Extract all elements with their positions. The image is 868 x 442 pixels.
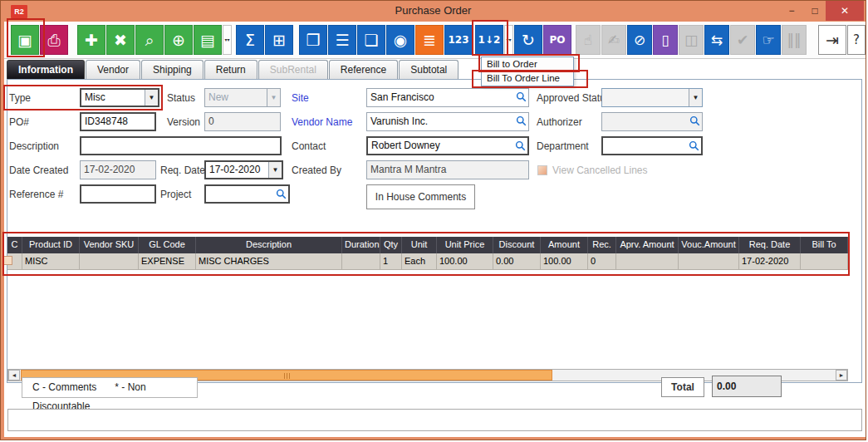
grid-cell[interactable]: 0.00 (493, 253, 541, 270)
comment-indicator[interactable] (3, 256, 12, 265)
reference-field[interactable] (80, 184, 156, 204)
close-button[interactable]: ✕ (826, 1, 864, 21)
search-icon[interactable] (515, 140, 526, 151)
search-icon[interactable] (516, 115, 527, 126)
grid-header-cell[interactable]: Req. Date (739, 237, 801, 253)
scroll-right-arrow-icon[interactable]: ► (836, 370, 847, 381)
summary-icon[interactable]: Σ (236, 25, 264, 55)
grid-header-cell[interactable]: Discount (493, 237, 541, 253)
more-options-icon[interactable]: ▾▾ (223, 25, 232, 55)
delete-icon[interactable]: ✖ (106, 25, 135, 55)
exit-icon[interactable]: ⇥ (818, 25, 846, 55)
grid-data-row[interactable]: MISCEXPENSEMISC CHARGES1Each100.000.0010… (7, 253, 848, 270)
approved-status-combobox[interactable]: ▼ (601, 88, 703, 107)
project-lookup-field[interactable] (204, 184, 290, 204)
sort-more-icon[interactable]: ▾▾ (504, 25, 513, 55)
grid-header-cell[interactable]: Unit (402, 237, 437, 253)
grid-cell[interactable] (342, 253, 380, 270)
grid-header-cell[interactable]: Duration (342, 237, 380, 253)
grid-cell[interactable]: Each (402, 253, 437, 270)
close-po-icon[interactable]: ▯ (653, 25, 678, 55)
grid-header-cell[interactable]: Product ID (22, 237, 80, 253)
vendor-name-lookup-field[interactable]: Varunish Inc. (366, 112, 529, 131)
po-lines-icon[interactable]: ≣ (415, 25, 444, 55)
sort-icon[interactable]: 1↓2 (475, 25, 503, 55)
maximize-button[interactable]: □ (804, 3, 826, 20)
order-flow-icon[interactable]: ◉ (386, 25, 414, 55)
grid-header-cell[interactable]: Aprv. Amount (616, 237, 679, 253)
grid-cell[interactable]: 100.00 (437, 253, 493, 270)
department-lookup-field[interactable] (601, 136, 703, 155)
po-number-field[interactable]: ID348748 (80, 112, 156, 131)
tab-information[interactable]: Information (7, 60, 85, 79)
numbers-icon[interactable]: 123 (444, 25, 473, 55)
forward-icon[interactable]: ☞ (756, 25, 781, 55)
authorizer-lookup-field[interactable] (601, 112, 703, 131)
finalize-icon[interactable]: ✔ (730, 25, 755, 55)
search-icon[interactable] (689, 115, 700, 126)
type-combobox[interactable]: Misc ▼ (80, 88, 159, 107)
grid-header-cell[interactable]: Vendor SKU (80, 237, 139, 253)
approve-icon[interactable]: ☝ (576, 25, 601, 55)
grid-header-cell[interactable]: Amount (541, 237, 588, 253)
grid-header-cell[interactable]: Description (196, 237, 342, 253)
search-icon[interactable] (689, 140, 699, 151)
menu-item-bill-to-order[interactable]: Bill to Order (482, 57, 573, 71)
menu-item-bill-to-order-line[interactable]: Bill To Order Line (482, 71, 573, 86)
site-lookup-field[interactable]: San Francisco (366, 88, 529, 107)
grid-header-cell[interactable]: Unit Price (437, 237, 493, 253)
grid-header-cell[interactable]: GL Code (139, 237, 196, 253)
grid-cell[interactable]: MISC (22, 253, 80, 270)
add-icon[interactable]: ✚ (77, 25, 105, 55)
search-icon[interactable] (516, 91, 527, 102)
grid-cell[interactable] (80, 253, 139, 270)
grid-header-cell[interactable]: Bill To (801, 237, 848, 253)
receive-icon[interactable]: ✍ (601, 25, 626, 55)
help-icon[interactable]: ? (847, 25, 866, 55)
minimize-button[interactable]: − (781, 3, 802, 20)
grid-cell[interactable]: 100.00 (541, 253, 588, 270)
workflow-icon[interactable]: ⊞ (265, 25, 293, 55)
grid-cell[interactable]: 17-02-2020 (739, 253, 801, 270)
tab-subtotal[interactable]: Subtotal (399, 60, 459, 79)
in-house-comments-button[interactable]: In House Comments (366, 184, 475, 209)
chevron-down-icon[interactable]: ▼ (145, 90, 158, 106)
chevron-down-icon[interactable]: ▼ (689, 89, 702, 106)
po-document-icon[interactable]: PO (543, 25, 571, 55)
grid-header-cell[interactable]: C (7, 237, 22, 253)
reopen-icon[interactable]: ◫ (679, 25, 704, 55)
grid-header-cell[interactable]: Rec. (588, 237, 616, 253)
grid-cell[interactable] (801, 253, 848, 270)
grid-cell[interactable]: MISC CHARGES (196, 253, 342, 270)
grid-cell[interactable]: 1 (380, 253, 402, 270)
grid-cell[interactable] (616, 253, 679, 270)
catalog-icon[interactable]: ❒ (299, 25, 327, 55)
grid-header-cell[interactable]: Qty (380, 237, 402, 253)
grid-cell[interactable]: EXPENSE (139, 253, 196, 270)
print-icon[interactable]: ⎙ (40, 25, 68, 55)
chevron-down-icon[interactable]: ▼ (268, 162, 282, 178)
refresh-icon[interactable]: ↻ (514, 25, 542, 55)
search-icon[interactable] (276, 189, 287, 199)
search-icon[interactable]: ⌕ (135, 25, 164, 55)
description-field[interactable] (80, 136, 282, 155)
tab-vendor[interactable]: Vendor (86, 60, 140, 79)
tab-subrental[interactable]: SubRental (258, 60, 328, 79)
tab-reference[interactable]: Reference (329, 60, 398, 79)
grid-cell[interactable] (679, 253, 739, 270)
cancel-lines-icon[interactable]: ⊘ (627, 25, 652, 55)
barcode-icon[interactable]: ‖‖ (782, 25, 807, 55)
archive-icon[interactable]: ▤ (194, 25, 222, 55)
add-new-icon[interactable]: ⊕ (164, 25, 193, 55)
layers-view-icon[interactable]: ☰ (328, 25, 356, 55)
save-icon[interactable]: ▣ (11, 25, 39, 55)
return-vendor-icon[interactable]: ⇆ (704, 25, 729, 55)
tab-shipping[interactable]: Shipping (141, 60, 204, 79)
scroll-left-arrow-icon[interactable]: ◄ (8, 370, 20, 381)
contact-lookup-field[interactable]: Robert Downey (366, 136, 529, 155)
comments-icon[interactable]: ❏ (357, 25, 385, 55)
tab-return[interactable]: Return (204, 60, 257, 79)
grid-cell[interactable]: 0 (588, 253, 616, 270)
req-date-combobox[interactable]: 17-02-2020 ▼ (204, 160, 283, 179)
grid-header-cell[interactable]: Vouc.Amount (679, 237, 739, 253)
